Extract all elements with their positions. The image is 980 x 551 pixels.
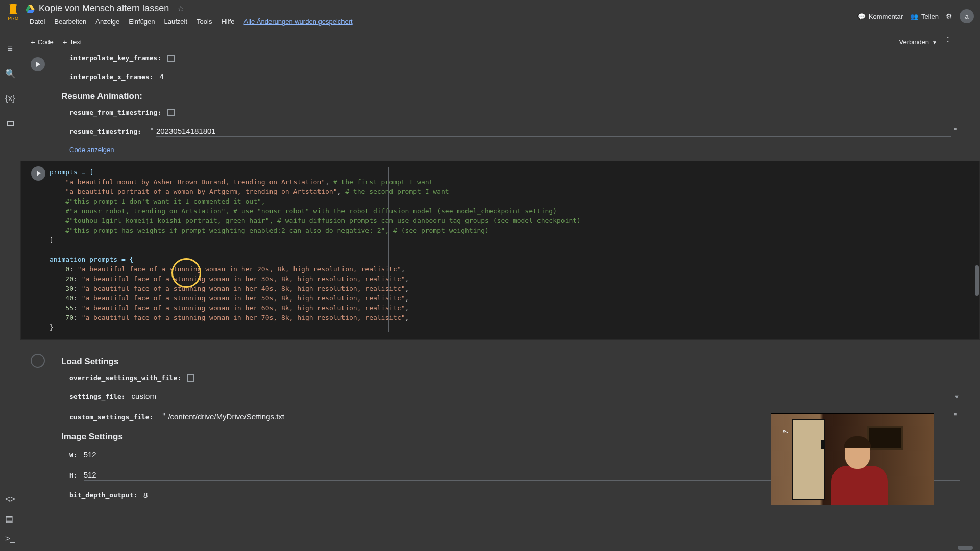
chevron-down-icon[interactable]: ▼ xyxy=(932,40,937,45)
menu-tools[interactable]: Tools xyxy=(192,16,216,28)
share-button[interactable]: 👥 Teilen xyxy=(910,13,939,20)
search-icon[interactable]: 🔍 xyxy=(5,68,16,79)
width-label: W: xyxy=(69,451,78,459)
code-editor[interactable]: prompts = [ "a beautiful mount by Asher … xyxy=(50,167,979,332)
comment-icon: 💬 xyxy=(857,13,866,20)
run-cell-button[interactable] xyxy=(31,166,45,181)
toc-icon[interactable]: ≡ xyxy=(8,44,13,54)
add-text-button[interactable]: +Text xyxy=(63,38,82,46)
comment-button[interactable]: 💬 Kommentar xyxy=(857,13,903,20)
resume-from-timestring-label: resume_from_timestring: xyxy=(69,109,161,116)
override-settings-label: override_settings_with_file: xyxy=(69,374,181,382)
resume-timestring-input[interactable] xyxy=(156,126,951,137)
resume-from-timestring-checkbox[interactable] xyxy=(167,109,175,116)
vertical-scrollbar[interactable] xyxy=(974,51,980,541)
webcam-overlay: ↖ xyxy=(771,413,934,505)
menu-bar: Datei Bearbeiten Anzeige Einfügen Laufze… xyxy=(26,16,857,28)
add-code-button[interactable]: +Code xyxy=(31,38,54,46)
interpolate-key-frames-label: interpolate_key_frames: xyxy=(69,54,161,62)
saved-status-link[interactable]: Alle Änderungen wurden gespeichert xyxy=(239,16,356,28)
share-icon: 👥 xyxy=(910,13,918,20)
chevron-down-icon[interactable]: ▼ xyxy=(954,394,960,400)
load-settings-heading: Load Settings xyxy=(61,357,960,367)
document-title[interactable]: Kopie von Mensch altern lassen xyxy=(39,3,169,14)
interpolate-x-frames-input[interactable] xyxy=(159,71,960,82)
settings-file-label: settings_file: xyxy=(69,393,126,400)
command-palette-icon[interactable]: ▤ xyxy=(5,514,15,524)
resume-timestring-label: resume_timestring: xyxy=(69,128,141,135)
menu-laufzeit[interactable]: Laufzeit xyxy=(160,16,192,28)
bit-depth-label: bit_depth_output: xyxy=(69,491,137,499)
menu-bearbeiten[interactable]: Bearbeiten xyxy=(50,16,90,28)
interpolate-x-frames-label: interpolate_x_frames: xyxy=(69,73,153,81)
menu-datei[interactable]: Datei xyxy=(26,16,49,28)
terminal-icon[interactable]: >_ xyxy=(5,534,15,544)
avatar[interactable]: a xyxy=(960,9,974,23)
colab-logo-icon[interactable] xyxy=(6,4,20,14)
variables-icon[interactable]: {x} xyxy=(5,93,15,104)
show-code-link[interactable]: Code anzeigen xyxy=(69,146,960,154)
run-cell-button[interactable] xyxy=(31,57,45,71)
code-snippets-icon[interactable]: <> xyxy=(5,494,15,505)
menu-anzeige[interactable]: Anzeige xyxy=(91,16,124,28)
interpolate-key-frames-checkbox[interactable] xyxy=(167,55,175,62)
text-cursor xyxy=(388,167,389,332)
settings-file-select[interactable] xyxy=(132,391,950,402)
menu-hilfe[interactable]: Hilfe xyxy=(217,16,238,28)
star-icon[interactable]: ☆ xyxy=(177,4,184,13)
height-label: H: xyxy=(69,471,78,479)
menu-einfuegen[interactable]: Einfügen xyxy=(125,16,159,28)
run-cell-button[interactable] xyxy=(31,354,45,368)
pro-badge: PRO xyxy=(8,16,18,21)
override-settings-checkbox[interactable] xyxy=(187,374,194,382)
files-icon[interactable]: 🗀 xyxy=(6,118,15,128)
horizontal-scrollbar[interactable] xyxy=(952,545,973,551)
custom-settings-file-label: custom_settings_file: xyxy=(69,413,153,421)
resume-animation-heading: Resume Animation: xyxy=(61,91,960,102)
connect-button[interactable]: Verbinden▼ xyxy=(894,36,942,48)
drive-icon xyxy=(26,5,35,13)
collapse-toggle-icon[interactable]: ˄˅ xyxy=(946,38,949,46)
settings-gear-icon[interactable]: ⚙ xyxy=(946,12,952,20)
